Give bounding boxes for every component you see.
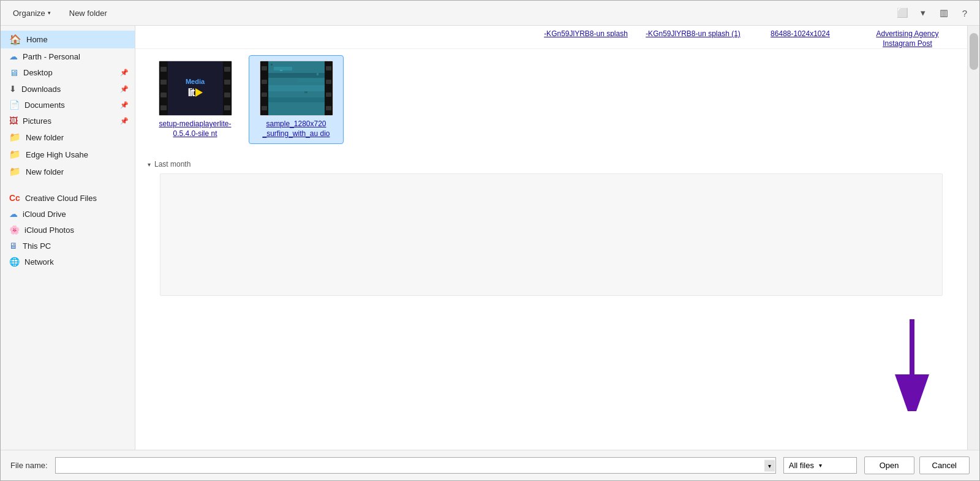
video-bg <box>260 61 333 116</box>
monitor-icon: 🖥 <box>9 241 18 251</box>
pin-icon-downloads: 📌 <box>120 85 129 93</box>
video-hole <box>326 106 331 110</box>
home-icon: 🏠 <box>9 34 21 45</box>
media-icon-center: Media lit <box>186 78 205 99</box>
top-file-item-1[interactable]: -KGn59JlYRB8-un splash <box>538 26 633 48</box>
sidebar-item-label: This PC <box>23 241 51 251</box>
organize-label: Organize <box>13 9 45 18</box>
sidebar-item-downloads[interactable]: ⬇ Downloads 📌 <box>1 81 135 97</box>
file-name-2: sample_1280x720 _surfing_with_au dio <box>254 119 338 138</box>
sidebar-item-home[interactable]: 🏠 Home <box>1 31 135 48</box>
sidebar-item-icloud-photos[interactable]: 🌸 iCloud Photos <box>1 222 135 238</box>
svg-rect-3 <box>268 97 325 102</box>
top-file-item-2[interactable]: -KGn59JlYRB8-un splash (1) <box>646 26 741 48</box>
file-type-select[interactable]: All files ▾ <box>783 457 857 474</box>
downloads-icon: ⬇ <box>9 84 17 94</box>
film-hole <box>224 80 230 85</box>
file-name-1: setup-mediaplayerlite-0.5.4.0-sile nt <box>153 119 237 138</box>
main-area: 🏠 Home ☁ Parth - Personal 🖥 Desktop 📌 ⬇ … <box>1 26 979 450</box>
sidebar-item-label: iCloud Photos <box>24 225 74 235</box>
file-open-dialog: Organize ▾ New folder ⬜ ▾ ▥ ? 🏠 Home ☁ P… <box>0 0 980 481</box>
sidebar-item-documents[interactable]: 📄 Documents 📌 <box>1 97 135 113</box>
open-button[interactable]: Open <box>864 456 914 474</box>
sidebar-item-new-folder-1[interactable]: 📁 New folder <box>1 129 135 146</box>
section-chevron: ▾ <box>148 161 151 168</box>
pin-icon-pictures: 📌 <box>120 117 129 125</box>
pictures-icon: 🖼 <box>9 116 18 126</box>
sidebar-item-label: Documents <box>24 100 65 110</box>
files-section: Media lit <box>135 49 967 150</box>
video-film-left <box>260 61 268 116</box>
folder-icon-1: 📁 <box>9 132 21 143</box>
top-file-item-4[interactable]: Advertising Agency Instagram Post <box>860 26 955 48</box>
top-file-name-4: Advertising Agency Instagram Post <box>860 29 955 48</box>
top-file-name-3: 86488-1024x1024 <box>753 29 848 39</box>
file-name-input[interactable] <box>55 457 776 474</box>
filename-dropdown-button[interactable]: ▾ <box>764 460 775 471</box>
file-name-label: File name: <box>10 461 48 470</box>
sidebar-item-parth[interactable]: ☁ Parth - Personal <box>1 48 135 64</box>
video-hole <box>326 66 331 70</box>
svg-rect-9 <box>317 73 318 75</box>
sidebar-item-pictures[interactable]: 🖼 Pictures 📌 <box>1 113 135 129</box>
sidebar-item-edge-high[interactable]: 📁 Edge High Usahe <box>1 146 135 163</box>
desktop-icon: 🖥 <box>9 67 18 78</box>
sidebar-item-desktop[interactable]: 🖥 Desktop 📌 <box>1 64 135 81</box>
icloud-photos-icon: 🌸 <box>9 225 20 235</box>
documents-icon: 📄 <box>9 100 20 110</box>
svg-rect-1 <box>268 73 325 78</box>
cc-icon: Cc <box>9 193 20 203</box>
pin-icon-documents: 📌 <box>120 101 129 109</box>
scrollbar-thumb[interactable] <box>970 33 978 70</box>
sidebar-item-label: New folder <box>26 133 64 142</box>
top-file-names-row: -KGn59JlYRB8-un splash -KGn59JlYRB8-un s… <box>135 26 967 49</box>
video-bg-svg <box>260 61 333 116</box>
new-folder-button[interactable]: New folder <box>63 6 113 20</box>
sidebar-item-label: Network <box>24 257 54 267</box>
play-triangle <box>195 88 203 97</box>
top-file-item-3[interactable]: 86488-1024x1024 <box>753 26 848 48</box>
video-hole <box>262 93 267 97</box>
split-view-icon[interactable]: ▥ <box>935 4 952 21</box>
view-dropdown[interactable]: ▾ <box>914 4 932 21</box>
organize-button[interactable]: Organize ▾ <box>7 6 57 20</box>
network-icon: 🌐 <box>9 257 20 267</box>
top-file-name-1: -KGn59JlYRB8-un splash <box>538 29 633 39</box>
icloud-drive-icon: ☁ <box>9 209 18 219</box>
file-item-mediaplayer[interactable]: Media lit <box>148 55 243 144</box>
sidebar-item-icloud-drive[interactable]: ☁ iCloud Drive <box>1 206 135 222</box>
sidebar-item-label: New folder <box>26 167 64 176</box>
sidebar-item-label: Parth - Personal <box>23 52 80 61</box>
toolbar-icons: ⬜ ▾ ▥ ? <box>894 4 973 21</box>
film-hole <box>224 67 230 72</box>
sidebar-item-label: Downloads <box>21 85 61 94</box>
help-icon[interactable]: ? <box>956 4 973 21</box>
file-item-video[interactable]: sample_1280x720 _surfing_with_au dio <box>249 55 344 144</box>
content-wrapper: -KGn59JlYRB8-un splash -KGn59JlYRB8-un s… <box>135 26 979 450</box>
svg-rect-2 <box>268 85 325 91</box>
film-hole <box>160 93 167 97</box>
sidebar: 🏠 Home ☁ Parth - Personal 🖥 Desktop 📌 ⬇ … <box>1 26 135 450</box>
svg-rect-4 <box>274 67 292 70</box>
sidebar-item-this-pc[interactable]: 🖥 This PC <box>1 238 135 254</box>
file-type-arrow: ▾ <box>819 462 822 469</box>
toolbar: Organize ▾ New folder ⬜ ▾ ▥ ? <box>1 1 979 26</box>
sidebar-item-label: Pictures <box>23 116 51 126</box>
sidebar-item-label: Creative Cloud Files <box>25 194 97 203</box>
sidebar-item-new-folder-2[interactable]: 📁 New folder <box>1 163 135 180</box>
film-strip-right <box>223 61 232 116</box>
video-hole <box>262 66 267 70</box>
icloud-icon: ☁ <box>9 51 18 61</box>
media-player-main: lit <box>188 86 203 99</box>
last-month-section: ▾ Last month <box>135 150 967 302</box>
sidebar-item-creative-cloud[interactable]: Cc Creative Cloud Files <box>1 190 135 206</box>
scrollbar[interactable] <box>967 26 979 450</box>
section-label-last-month[interactable]: ▾ Last month <box>148 156 955 173</box>
media-logo-m: Media <box>186 78 205 85</box>
scrollbar-track[interactable] <box>968 26 979 450</box>
sidebar-item-network[interactable]: 🌐 Network <box>1 254 135 270</box>
folder-icon-2: 📁 <box>9 149 21 160</box>
content-scroll[interactable]: Media lit <box>135 49 967 450</box>
cancel-button[interactable]: Cancel <box>919 456 970 474</box>
view-icon-1[interactable]: ⬜ <box>894 4 911 21</box>
